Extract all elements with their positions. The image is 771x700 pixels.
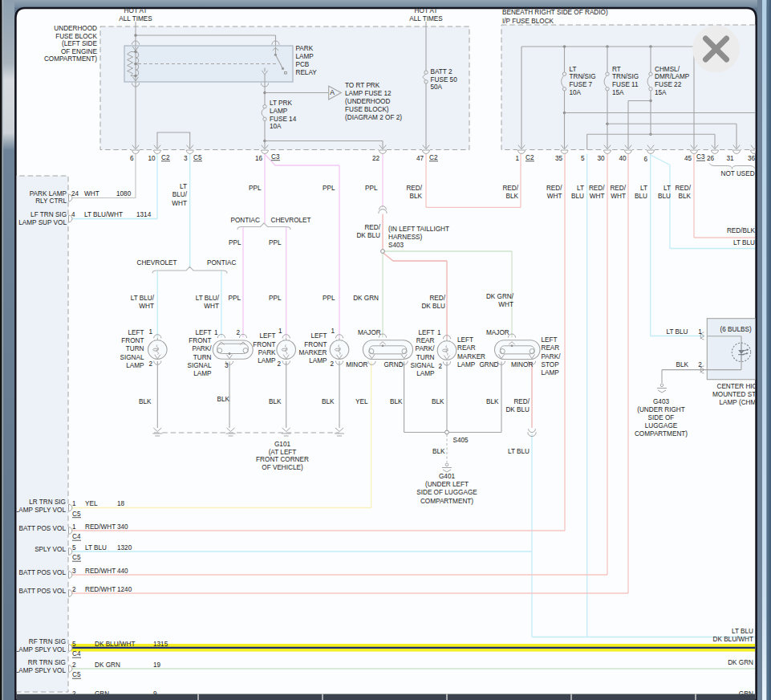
svg-text:PPL: PPL: [323, 295, 335, 302]
svg-text:BLU: BLU: [658, 193, 671, 200]
svg-text:LEFT: LEFT: [418, 329, 434, 336]
svg-text:CHMSL/: CHMSL/: [655, 66, 680, 73]
svg-text:LAMP SUP VOL: LAMP SUP VOL: [18, 219, 67, 226]
svg-text:1314: 1314: [136, 211, 152, 218]
svg-text:(DIAGRAM 2 OF 2): (DIAGRAM 2 OF 2): [345, 114, 402, 121]
svg-text:WHT: WHT: [84, 190, 99, 197]
svg-text:BATT POS VOL: BATT POS VOL: [19, 588, 67, 595]
svg-text:WHT: WHT: [547, 193, 562, 200]
svg-text:PARK: PARK: [296, 45, 314, 52]
svg-text:LAMP: LAMP: [258, 357, 276, 364]
svg-text:PONTIAC: PONTIAC: [207, 259, 236, 267]
svg-text:LT BLU: LT BLU: [732, 628, 753, 635]
svg-text:WHT: WHT: [590, 193, 605, 200]
svg-text:LAMP (CHMS: LAMP (CHMS: [720, 399, 761, 406]
svg-text:C3: C3: [696, 153, 705, 161]
svg-text:6: 6: [643, 156, 647, 163]
svg-text:BATT 2: BATT 2: [431, 68, 452, 75]
svg-text:LEFT: LEFT: [310, 332, 327, 340]
svg-text:LAMP: LAMP: [416, 370, 435, 377]
svg-text:FUSE 11: FUSE 11: [612, 81, 639, 88]
svg-text:35: 35: [555, 155, 563, 162]
svg-text:(IN LEFT TAILLIGHT: (IN LEFT TAILLIGHT: [388, 226, 449, 233]
svg-text:PPL: PPL: [269, 239, 282, 246]
svg-text:PONTIAC: PONTIAC: [231, 217, 260, 224]
svg-text:3: 3: [184, 155, 188, 162]
svg-text:RF TRN SIG: RF TRN SIG: [29, 638, 66, 645]
svg-text:SPLY VOL: SPLY VOL: [34, 546, 66, 553]
svg-text:COMPARTMENT): COMPARTMENT): [44, 55, 97, 63]
svg-text:C2: C2: [525, 154, 534, 161]
svg-text:RED/WHT: RED/WHT: [85, 523, 116, 531]
svg-text:RED/: RED/: [429, 295, 445, 302]
svg-text:COMPARTMENT): COMPARTMENT): [420, 498, 473, 505]
svg-text:LT BLU: LT BLU: [733, 239, 755, 246]
svg-text:LEFT: LEFT: [128, 329, 144, 336]
svg-text:RED/WHT: RED/WHT: [85, 586, 116, 593]
svg-text:PPL: PPL: [249, 185, 262, 192]
svg-text:45: 45: [684, 155, 692, 162]
svg-text:30: 30: [597, 155, 605, 162]
svg-text:S405: S405: [453, 437, 469, 444]
svg-text:SIGNAL: SIGNAL: [410, 362, 434, 369]
svg-text:LAMP FUSE 12: LAMP FUSE 12: [345, 90, 392, 97]
svg-text:1315: 1315: [153, 641, 168, 648]
svg-text:BLU: BLU: [571, 193, 584, 200]
svg-text:47: 47: [416, 155, 424, 162]
svg-text:SIDE OF: SIDE OF: [648, 414, 675, 421]
svg-text:RELAY: RELAY: [296, 69, 318, 76]
svg-text:31: 31: [726, 155, 734, 162]
svg-text:2: 2: [148, 360, 152, 368]
svg-text:2: 2: [72, 661, 76, 669]
svg-text:BLK: BLK: [322, 398, 335, 405]
svg-text:1: 1: [437, 329, 441, 336]
svg-text:YEL: YEL: [355, 398, 368, 405]
svg-text:TO RT PRK: TO RT PRK: [345, 82, 380, 89]
svg-text:NOT USED: NOT USED: [721, 170, 755, 177]
svg-text:BLK: BLK: [217, 396, 230, 403]
svg-text:FRONT: FRONT: [189, 337, 211, 344]
svg-text:BLK: BLK: [269, 398, 282, 405]
svg-text:A: A: [330, 88, 335, 96]
svg-text:4: 4: [71, 211, 75, 218]
svg-text:26: 26: [707, 155, 715, 162]
svg-text:BLK: BLK: [410, 193, 423, 200]
svg-text:1: 1: [214, 329, 218, 336]
svg-text:1: 1: [515, 155, 519, 162]
svg-text:CHEVROLET: CHEVROLET: [271, 217, 311, 224]
svg-text:MINOR: MINOR: [346, 361, 367, 368]
svg-text:2: 2: [236, 329, 240, 336]
svg-text:C5: C5: [72, 511, 81, 518]
svg-text:16: 16: [255, 155, 263, 162]
svg-text:LT: LT: [180, 183, 187, 190]
svg-text:MINOR: MINOR: [511, 361, 533, 368]
svg-text:COMPARTMENT): COMPARTMENT): [635, 430, 688, 438]
svg-text:YEL: YEL: [85, 500, 98, 507]
svg-text:2: 2: [698, 361, 702, 368]
svg-text:LAMP SPLY VOL: LAMP SPLY VOL: [15, 507, 67, 514]
svg-text:BLK: BLK: [432, 448, 445, 455]
svg-text:CHEVROLET: CHEVROLET: [137, 259, 177, 267]
svg-text:440: 440: [117, 568, 128, 575]
svg-text:(UNDER LEFT: (UNDER LEFT: [425, 481, 469, 488]
svg-text:1: 1: [72, 500, 76, 507]
svg-text:PPL: PPL: [269, 295, 282, 302]
svg-text:LAMP: LAMP: [309, 357, 327, 364]
svg-text:SIGNAL: SIGNAL: [120, 354, 144, 361]
svg-text:15A: 15A: [612, 89, 624, 96]
svg-text:LT: LT: [570, 66, 577, 73]
svg-text:2: 2: [438, 363, 442, 370]
svg-text:FUSE BLOCK): FUSE BLOCK): [345, 106, 389, 113]
svg-text:LF TRN SIG: LF TRN SIG: [30, 211, 67, 218]
svg-text:REAR: REAR: [416, 337, 435, 344]
svg-text:19: 19: [153, 661, 161, 669]
svg-text:PPL: PPL: [229, 295, 241, 302]
svg-text:24: 24: [71, 190, 79, 197]
svg-text:3: 3: [225, 362, 229, 369]
svg-text:WHT: WHT: [172, 200, 187, 207]
svg-text:1: 1: [331, 328, 335, 335]
svg-text:C4: C4: [72, 650, 81, 657]
svg-text:WHT: WHT: [611, 193, 626, 200]
svg-text:LT BLU: LT BLU: [85, 544, 107, 551]
svg-text:BLK: BLK: [139, 398, 152, 405]
